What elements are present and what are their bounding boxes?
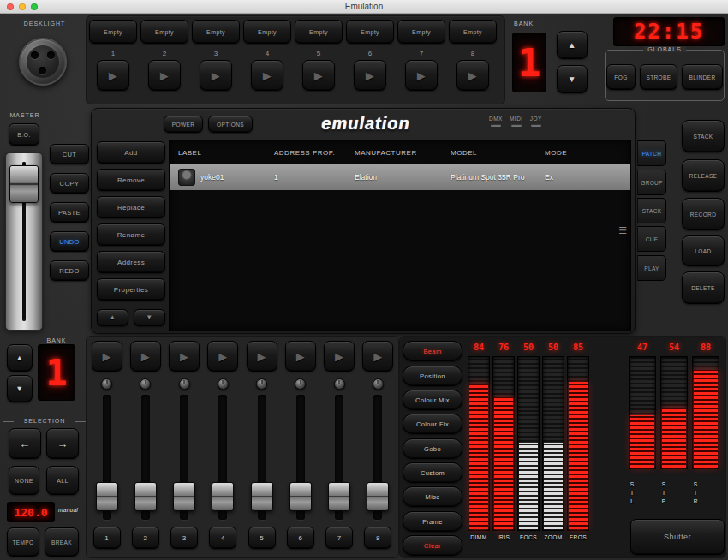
table-row[interactable]: yoke01 1 Elation Platinum Spot 35R Pro E… — [170, 164, 630, 190]
record-button[interactable]: RECORD — [682, 198, 725, 230]
channel-knob[interactable] — [179, 378, 190, 390]
group-frame-button[interactable]: Frame — [403, 511, 462, 532]
scene-play-button[interactable]: ▶ — [354, 60, 386, 91]
channel-select-button[interactable]: 2 — [132, 527, 159, 549]
channel-select-button[interactable]: 7 — [325, 527, 353, 549]
properties-button[interactable]: Properties — [97, 278, 165, 301]
channel-knob[interactable] — [334, 378, 345, 390]
channel-select-button[interactable]: 1 — [93, 527, 121, 549]
channel-play-button[interactable]: ▶ — [207, 341, 238, 372]
channel-fader-handle[interactable] — [251, 482, 273, 511]
channel-play-button[interactable]: ▶ — [169, 341, 200, 372]
tempo-button[interactable]: TEMPO — [7, 527, 39, 557]
group-beam-button[interactable]: Beam — [403, 341, 462, 361]
channel-select-button[interactable]: 8 — [364, 527, 391, 549]
undo-button[interactable]: UNDO — [50, 231, 89, 252]
channel-select-button[interactable]: 5 — [248, 527, 276, 549]
channel-fader-handle[interactable] — [134, 482, 157, 511]
bottom-bank-up-button[interactable]: ▲ — [7, 344, 33, 372]
channel-play-button[interactable]: ▶ — [247, 341, 277, 372]
channel-fader-handle[interactable] — [367, 482, 389, 511]
copy-button[interactable]: COPY — [50, 173, 89, 194]
scrollbar-grip[interactable]: ☰ — [618, 226, 627, 235]
master-fader-handle[interactable] — [9, 165, 39, 203]
remove-button[interactable]: Remove — [97, 169, 165, 191]
rename-button[interactable]: Rename — [97, 223, 165, 246]
group-colour-mix-button[interactable]: Colour Mix — [403, 390, 462, 410]
top-bank-up-button[interactable]: ▲ — [557, 31, 588, 59]
paste-button[interactable]: PASTE — [50, 202, 89, 223]
channel-knob[interactable] — [373, 378, 384, 390]
tab-group[interactable]: GROUP — [637, 170, 666, 195]
list-up-button[interactable]: ▲ — [97, 309, 128, 326]
scene-play-button[interactable]: ▶ — [302, 60, 335, 91]
address-button[interactable]: Address — [97, 251, 165, 273]
add-button[interactable]: Add — [97, 141, 165, 164]
group-colour-fix-button[interactable]: Colour Fix — [403, 414, 462, 434]
channel-play-button[interactable]: ▶ — [285, 341, 316, 372]
bottom-bank-down-button[interactable]: ▼ — [7, 375, 33, 402]
scene-play-button[interactable]: ▶ — [405, 60, 438, 91]
redo-button[interactable]: REDO — [50, 260, 89, 281]
release-button[interactable]: RELEASE — [682, 159, 725, 192]
scene-slot-button[interactable]: Empty — [295, 20, 343, 44]
channel-play-button[interactable]: ▶ — [362, 341, 393, 372]
select-none-button[interactable]: NONE — [9, 466, 39, 495]
scene-play-button[interactable]: ▶ — [251, 60, 283, 91]
close-button[interactable] — [7, 3, 14, 10]
channel-knob[interactable] — [101, 378, 112, 390]
cut-button[interactable]: CUT — [50, 144, 89, 164]
shutter-button[interactable]: Shutter — [630, 519, 725, 555]
scene-slot-button[interactable]: Empty — [89, 20, 137, 44]
power-button[interactable]: POWER — [164, 116, 203, 133]
channel-knob[interactable] — [295, 378, 306, 390]
tab-play[interactable]: PLAY — [637, 255, 666, 281]
scene-slot-button[interactable]: Empty — [140, 20, 188, 44]
scene-play-button[interactable]: ▶ — [97, 60, 129, 91]
strobe-button[interactable]: STROBE — [640, 64, 677, 90]
tab-cue[interactable]: CUE — [637, 226, 666, 252]
channel-fader-handle[interactable] — [173, 482, 195, 511]
group-position-button[interactable]: Position — [403, 366, 462, 386]
tab-stack[interactable]: STACK — [637, 198, 666, 223]
scene-slot-button[interactable]: Empty — [192, 20, 240, 44]
channel-play-button[interactable]: ▶ — [130, 341, 161, 372]
options-button[interactable]: OPTIONS — [208, 116, 253, 133]
channel-select-button[interactable]: 3 — [170, 527, 198, 549]
replace-button[interactable]: Replace — [97, 196, 165, 218]
scene-slot-button[interactable]: Empty — [449, 20, 497, 44]
channel-fader-handle[interactable] — [96, 482, 118, 511]
select-next-button[interactable]: → — [46, 428, 79, 459]
channel-select-button[interactable]: 6 — [287, 527, 314, 549]
channel-play-button[interactable]: ▶ — [324, 341, 355, 372]
blackout-button[interactable]: B.O. — [9, 123, 39, 146]
list-down-button[interactable]: ▼ — [134, 309, 165, 326]
delete-button[interactable]: DELETE — [682, 271, 725, 304]
scene-play-button[interactable]: ▶ — [148, 60, 181, 91]
channel-knob[interactable] — [256, 378, 267, 390]
break-button[interactable]: BREAK — [45, 527, 79, 557]
zoom-button[interactable] — [31, 3, 38, 10]
minimize-button[interactable] — [19, 3, 26, 10]
channel-select-button[interactable]: 4 — [209, 527, 236, 549]
channel-fader-handle[interactable] — [328, 482, 350, 511]
blinder-button[interactable]: BLINDER — [682, 64, 723, 90]
channel-knob[interactable] — [218, 378, 229, 390]
channel-play-button[interactable]: ▶ — [92, 341, 122, 372]
select-all-button[interactable]: ALL — [46, 466, 79, 495]
fog-button[interactable]: FOG — [606, 64, 636, 90]
select-previous-button[interactable]: ← — [9, 428, 41, 459]
stack-button[interactable]: STACK — [682, 120, 725, 152]
group-gobo-button[interactable]: Gobo — [403, 438, 462, 459]
group-custom-button[interactable]: Custom — [403, 462, 462, 483]
group-misc-button[interactable]: Misc — [403, 486, 462, 507]
scene-slot-button[interactable]: Empty — [346, 20, 394, 44]
channel-knob[interactable] — [140, 378, 151, 390]
top-bank-down-button[interactable]: ▼ — [557, 65, 588, 93]
clear-button[interactable]: Clear — [403, 535, 462, 556]
tab-patch[interactable]: PATCH — [637, 140, 666, 166]
channel-fader-handle[interactable] — [289, 482, 312, 511]
scene-play-button[interactable]: ▶ — [200, 60, 232, 91]
scene-slot-button[interactable]: Empty — [397, 20, 445, 44]
load-button[interactable]: LOAD — [682, 235, 725, 266]
